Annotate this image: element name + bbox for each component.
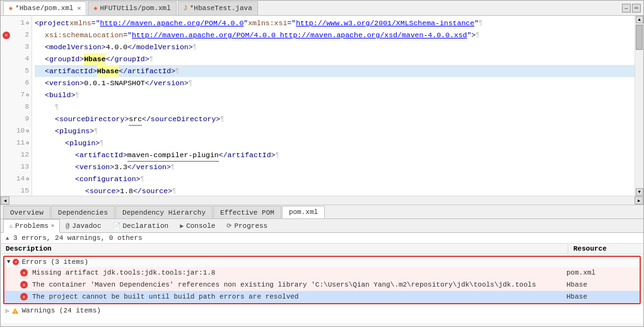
editor-tab-bar: ◈ *Hbase/pom.xml ✕ ◈ HFUTUtils/pom.xml J…	[1, 1, 643, 16]
tab-javadoc-label: Javadoc	[72, 222, 101, 230]
errors-group-header[interactable]: ▼ ✕ Errors (3 items)	[4, 257, 640, 267]
problems-tab-close[interactable]: ✕	[51, 222, 54, 229]
problems-tab-bar: ⚠ Problems ✕ @ Javadoc 📄 Declaration ▶ C…	[1, 219, 643, 233]
line-numbers: 1⊖ 2 3 4 5 6 7⊖ 8 9 10⊖ 11⊖ 12 13 14⊖ 15	[12, 16, 32, 196]
maven-tab-dependencies[interactable]: Dependencies	[51, 206, 115, 218]
editor-gutter: ✕	[1, 16, 12, 196]
maven-tab-effective[interactable]: Effective POM	[213, 206, 281, 218]
code-line-9: <sourceDirectory>src</sourceDirectory> ¶	[35, 113, 635, 125]
code-line-3: <modelVersion>4.0.0</modelVersion> ¶	[35, 41, 635, 53]
scroll-thumb[interactable]	[636, 25, 643, 50]
xml-icon: ◈	[9, 4, 13, 12]
h-scroll-left-arrow[interactable]: ◀	[1, 196, 9, 205]
java-icon: J	[184, 5, 187, 12]
warnings-toggle-icon: ▷	[6, 307, 9, 314]
code-content[interactable]: <project xmlns="http://maven.apache.org/…	[32, 16, 635, 196]
close-icon[interactable]: ✕	[77, 4, 81, 12]
tab-declaration-label: Declaration	[123, 222, 169, 230]
code-line-5: <artifactId>Hbase</artifactId> ¶	[35, 65, 635, 77]
error-resource-3: Hbase	[561, 293, 637, 300]
error-row-3[interactable]: ✕ The project cannot be built until buil…	[4, 291, 640, 303]
maximize-button[interactable]: ▭	[632, 4, 641, 13]
xml-icon-2: ◈	[93, 4, 97, 12]
window-controls: — ▭	[622, 4, 641, 13]
error-desc-2: The container 'Maven Dependencies' refer…	[32, 281, 561, 288]
scroll-down-arrow[interactable]: ▼	[636, 188, 643, 196]
code-line-10: <plugins> ¶	[35, 125, 635, 137]
summary-text: 3 errors, 24 warnings, 0 others	[13, 234, 143, 242]
javadoc-icon: @	[66, 223, 69, 230]
code-line-1: <project xmlns="http://maven.apache.org/…	[35, 17, 635, 29]
tab-console-label: Console	[186, 222, 215, 230]
declaration-icon: 📄	[113, 222, 120, 230]
maven-tab-bar: Overview Dependencies Dependency Hierarc…	[1, 205, 643, 219]
code-line-13: <version>3.3</version> ¶	[35, 161, 635, 173]
error-icon-1: ✕	[20, 268, 28, 277]
code-line-6: <version>0.0.1-SNAPSHOT</version> ¶	[35, 77, 635, 89]
code-line-15: <source>1.8</source> ¶	[35, 185, 635, 196]
code-line-2: xsi:schemaLocation="http://maven.apache.…	[35, 29, 635, 41]
horizontal-scrollbar[interactable]: ◀ ▶	[1, 196, 643, 205]
tab-hfutils-pom[interactable]: ◈ HFUTUtils/pom.xml	[88, 1, 176, 15]
tab-console[interactable]: ▶ Console	[174, 219, 221, 233]
code-line-4: <groupId>Hbase</groupId> ¶	[35, 53, 635, 65]
maven-tab-hierarchy[interactable]: Dependency Hierarchy	[115, 206, 213, 218]
maven-tab-pomxml-label: pom.xml	[289, 208, 318, 216]
progress-icon: ⟳	[226, 222, 231, 230]
problems-content: ▲ 3 errors, 24 warnings, 0 others Descri…	[1, 233, 643, 323]
header-description: Description	[1, 244, 568, 254]
problems-icon: ⚠	[9, 222, 13, 230]
tab-label: *Hbase/pom.xml	[15, 4, 73, 12]
problems-rows: ▼ ✕ Errors (3 items) ✕ Missing artifact …	[1, 254, 643, 323]
errors-group: ▼ ✕ Errors (3 items) ✕ Missing artifact …	[3, 256, 641, 304]
errors-group-label: Errors (3 items)	[21, 258, 88, 266]
error-resource-2: Hbase	[561, 281, 637, 288]
maven-tab-dependencies-label: Dependencies	[58, 209, 108, 217]
errors-icon: ✕	[13, 259, 19, 265]
code-line-14: <configuration> ¶	[35, 173, 635, 185]
warnings-group[interactable]: ▷ ! Warnings (24 items)	[1, 306, 643, 316]
problems-summary: ▲ 3 errors, 24 warnings, 0 others	[1, 233, 643, 244]
error-desc-1: Missing artifact jdk.tools:jdk.tools:jar…	[32, 269, 561, 276]
tab-progress[interactable]: ⟳ Progress	[221, 219, 273, 233]
problems-table-header: Description Resource	[1, 244, 643, 254]
errors-toggle-icon: ▼	[7, 259, 10, 265]
svg-text:!: !	[14, 309, 16, 314]
editor-area: ✕ 1⊖ 2 3 4 5 6	[1, 16, 643, 205]
error-icon-2: ✕	[20, 280, 28, 289]
warning-icon-grp: !	[11, 307, 19, 314]
code-line-11: <plugin> ¶	[35, 137, 635, 149]
vertical-scrollbar[interactable]: ▲ ▼	[635, 16, 643, 196]
tab-progress-label: Progress	[234, 222, 267, 230]
error-row-2[interactable]: ✕ The container 'Maven Dependencies' ref…	[4, 279, 640, 291]
maven-tab-hierarchy-label: Dependency Hierarchy	[122, 209, 206, 217]
collapse-arrow: ▲	[6, 235, 9, 242]
app-container: ◈ *Hbase/pom.xml ✕ ◈ HFUTUtils/pom.xml J…	[0, 0, 644, 327]
error-icon-3: ✕	[20, 292, 28, 301]
warnings-group-label: Warnings (24 items)	[21, 307, 100, 314]
tab-hbase-pom[interactable]: ◈ *Hbase/pom.xml ✕	[3, 1, 86, 15]
h-scroll-right-arrow[interactable]: ▶	[635, 196, 643, 205]
minimize-button[interactable]: —	[622, 4, 631, 13]
error-desc-3: The project cannot be built until build …	[32, 293, 561, 300]
scroll-up-arrow[interactable]: ▲	[636, 16, 643, 23]
tab-problems-label: Problems	[15, 222, 49, 230]
error-resource-1: pom.xml	[561, 269, 637, 276]
tab-label-3: *HbaseTest.java	[190, 4, 252, 12]
tab-declaration[interactable]: 📄 Declaration	[107, 219, 175, 233]
maven-tab-pomxml[interactable]: pom.xml	[282, 206, 325, 218]
error-row-1[interactable]: ✕ Missing artifact jdk.tools:jdk.tools:j…	[4, 267, 640, 279]
code-line-12: <artifactId>maven-compiler-plugin</artif…	[35, 149, 635, 161]
tab-hbasetest[interactable]: J *HbaseTest.java	[178, 1, 258, 15]
header-resource: Resource	[568, 244, 643, 254]
tab-problems[interactable]: ⚠ Problems ✕	[3, 219, 60, 233]
maven-tab-overview-label: Overview	[10, 209, 44, 217]
code-line-8: ¶	[35, 101, 635, 113]
code-line-7: <build> ¶	[35, 89, 635, 101]
problems-table: Description Resource ▼ ✕ Errors (3 items…	[1, 244, 643, 323]
maven-tab-overview[interactable]: Overview	[3, 206, 50, 218]
bottom-panel: ⚠ Problems ✕ @ Javadoc 📄 Declaration ▶ C…	[1, 219, 643, 323]
maven-tab-effective-label: Effective POM	[220, 209, 274, 217]
tab-javadoc[interactable]: @ Javadoc	[60, 219, 107, 233]
error-gutter-icon: ✕	[3, 32, 10, 39]
